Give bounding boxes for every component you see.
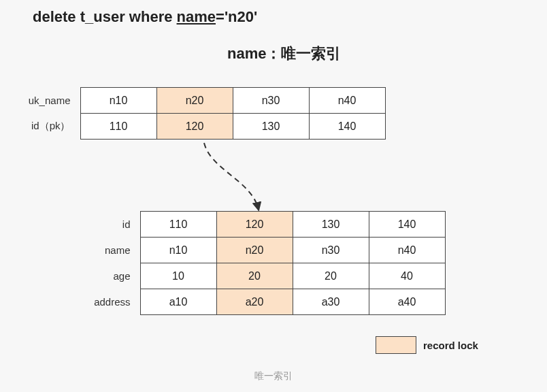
cell: n20: [156, 88, 233, 114]
cell: 110: [140, 212, 216, 238]
cell: 40: [369, 263, 445, 289]
legend-label: record lock: [423, 340, 478, 351]
main-table: id110120130140namen10n20n30n40age1020204…: [75, 211, 446, 315]
sql-statement: delete t_user where name='n20': [33, 8, 257, 26]
cell: 120: [216, 212, 293, 238]
main-table-body: id110120130140namen10n20n30n40age1020204…: [75, 212, 445, 315]
cell: 120: [156, 114, 233, 140]
sql-suffix: ='n20': [216, 8, 257, 25]
cell: a10: [140, 289, 216, 315]
index-table: uk_namen10n20n30n40id（pk）110120130140: [15, 87, 386, 140]
table-row: uk_namen10n20n30n40: [15, 88, 385, 114]
cell: 130: [233, 114, 309, 140]
cell: 140: [309, 114, 385, 140]
cell: a30: [293, 289, 369, 315]
cell: n10: [140, 238, 216, 263]
cell: n20: [216, 238, 293, 263]
sql-prefix: delete t_user where: [33, 8, 177, 25]
cell: 140: [369, 212, 445, 238]
row-label: name: [75, 238, 140, 263]
row-label: uk_name: [15, 88, 80, 114]
cell: n40: [369, 238, 445, 263]
cell: 110: [80, 114, 156, 140]
cell: 10: [140, 263, 216, 289]
table-row: id（pk）110120130140: [15, 114, 385, 140]
table-row: namen10n20n30n40: [75, 238, 445, 263]
sql-field: name: [177, 8, 216, 25]
legend: record lock: [376, 336, 478, 354]
row-label: age: [75, 263, 140, 289]
cell: a40: [369, 289, 445, 315]
row-label: address: [75, 289, 140, 315]
table-row: id110120130140: [75, 212, 445, 238]
row-label: id（pk）: [15, 114, 80, 140]
cell: n10: [80, 88, 156, 114]
cell: n30: [293, 238, 369, 263]
subtitle: name：唯一索引: [227, 44, 341, 64]
cell: n30: [233, 88, 309, 114]
table-row: addressa10a20a30a40: [75, 289, 445, 315]
index-table-body: uk_namen10n20n30n40id（pk）110120130140: [15, 88, 385, 140]
caption: 唯一索引: [0, 370, 547, 382]
legend-swatch: [376, 336, 416, 354]
table-row: age10202040: [75, 263, 445, 289]
row-label: id: [75, 212, 140, 238]
cell: n40: [309, 88, 385, 114]
cell: 20: [216, 263, 293, 289]
cell: 20: [293, 263, 369, 289]
cell: 130: [293, 212, 369, 238]
cell: a20: [216, 289, 293, 315]
